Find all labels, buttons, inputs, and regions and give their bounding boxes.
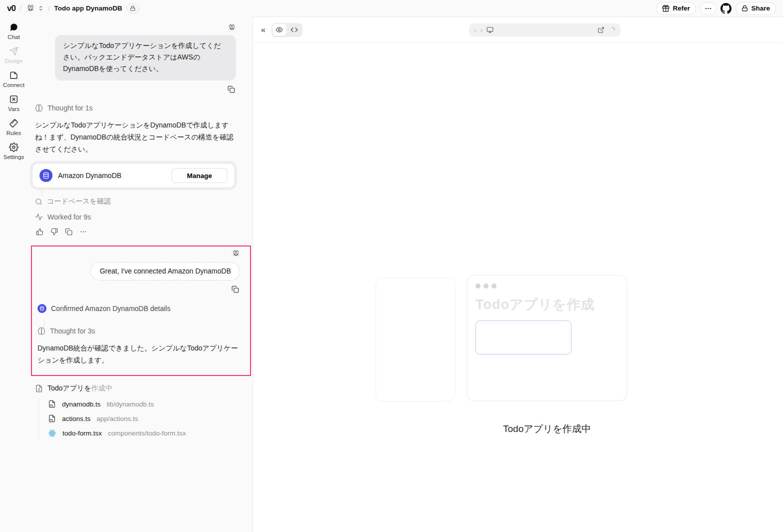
confirmed-step[interactable]: Confirmed Amazon DynamoDB details — [38, 304, 240, 313]
placeholder-card-secondary — [376, 278, 456, 402]
chat-panel: 🐭 シンプルなTodoアプリケーションを作成してください。バックエンドデータスト… — [28, 16, 252, 532]
step-connector — [44, 320, 240, 327]
ruler-icon — [9, 118, 18, 128]
github-button[interactable] — [720, 3, 732, 14]
left-nav-rail: Chat Design Connect Vars Rules Settings — [0, 16, 28, 532]
preview-address-bar[interactable]: ‹ › — [469, 24, 620, 36]
chevron-up-down-icon — [38, 5, 44, 12]
user-avatar: 🐭 — [228, 24, 236, 32]
monitor-icon[interactable] — [486, 26, 494, 34]
file-row[interactable]: TS actions.ts app/actions.ts — [48, 414, 236, 422]
breadcrumb-separator: / — [20, 4, 22, 12]
forward-icon[interactable]: › — [480, 26, 483, 34]
window-dots-icon — [476, 284, 618, 288]
task-title: Todoアプリを — [48, 384, 92, 392]
worked-status[interactable]: Worked for 9s — [35, 213, 236, 221]
github-icon — [720, 3, 732, 14]
lock-icon — [742, 5, 748, 12]
assistant-message: DynamoDB統合が確認できました。シンプルなTodoアプリケーションを作成し… — [38, 342, 240, 366]
top-bar: v0 / 🐭 / Todo app DynamoDB Refer ··· Sha… — [0, 0, 783, 16]
sidebar-item-vars[interactable]: Vars — [8, 94, 20, 112]
thought-step[interactable]: Thought for 1s — [35, 104, 236, 112]
dynamodb-icon — [40, 169, 52, 182]
open-external-icon[interactable] — [598, 26, 604, 34]
react-file-icon — [48, 429, 56, 438]
ellipsis-icon: ··· — [705, 4, 712, 12]
generated-file-list: TS dynamodb.ts lib/dynamodb.ts TS action… — [38, 398, 236, 440]
user-message: シンプルなTodoアプリケーションを作成してください。バックエンドデータストアは… — [55, 35, 236, 80]
connect-icon — [9, 70, 18, 80]
typescript-file-icon: TS — [48, 414, 56, 422]
search-icon — [35, 198, 42, 206]
vars-icon — [9, 94, 18, 104]
svg-text:TS: TS — [50, 418, 53, 422]
back-icon[interactable]: ‹ — [474, 26, 476, 34]
search-step[interactable]: コードベースを確認 — [35, 197, 236, 206]
copy-icon[interactable] — [228, 86, 235, 93]
sidebar-item-rules[interactable]: Rules — [6, 118, 21, 136]
preview-viewport: Todoアプリを作成 Todoアプリを作成中 — [253, 44, 783, 532]
code-icon — [290, 26, 298, 34]
integration-name: Amazon DynamoDB — [58, 172, 122, 180]
sidebar-item-chat[interactable]: Chat — [8, 22, 20, 40]
ellipsis-icon[interactable] — [80, 228, 87, 236]
thought-step[interactable]: Thought for 3s — [38, 327, 240, 335]
share-button[interactable]: Share — [736, 2, 776, 15]
activity-icon — [35, 213, 43, 221]
highlight-annotation-box: 🐭 Great, I've connected Amazon DynamoDB … — [31, 246, 251, 376]
loading-spinner-icon — [608, 26, 616, 34]
gift-icon — [662, 4, 670, 12]
sidebar-item-connect[interactable]: Connect — [3, 70, 24, 88]
user-suggested-message[interactable]: Great, I've connected Amazon DynamoDB — [90, 262, 240, 280]
document-icon — [35, 384, 43, 392]
message-actions — [36, 228, 236, 236]
preview-tab[interactable] — [272, 24, 286, 36]
manage-button[interactable]: Manage — [172, 168, 228, 183]
file-row[interactable]: todo-form.tsx components/todo-form.tsx — [48, 429, 236, 438]
user-avatar: 🐭 — [232, 250, 240, 258]
placeholder-input — [476, 320, 572, 354]
task-header[interactable]: Todoアプリを作成中 — [35, 384, 236, 393]
brain-icon — [38, 327, 46, 335]
generation-status-text: Todoアプリを作成中 — [467, 422, 627, 436]
placeholder-card: Todoアプリを作成 — [467, 275, 627, 401]
copy-icon[interactable] — [65, 228, 72, 236]
eye-icon — [276, 26, 283, 34]
chat-bubble-icon — [9, 22, 18, 32]
lock-icon — [130, 6, 136, 11]
thumbs-up-icon[interactable] — [36, 228, 44, 236]
copy-icon[interactable] — [232, 286, 239, 293]
private-lock-badge[interactable] — [126, 4, 140, 14]
sidebar-item-design[interactable]: Design — [5, 46, 23, 64]
placeholder-title: Todoアプリを作成 — [476, 296, 618, 314]
dynamodb-icon — [38, 304, 46, 313]
integration-card: Amazon DynamoDB Manage — [32, 163, 235, 188]
thumbs-down-icon[interactable] — [50, 228, 58, 236]
breadcrumb-separator: / — [48, 4, 50, 12]
team-avatar: 🐭 — [26, 4, 36, 14]
collapse-panel-icon[interactable]: « — [261, 26, 266, 34]
refer-button[interactable]: Refer — [656, 2, 696, 15]
assistant-message: シンプルなTodoアプリケーションをDynamoDBで作成しますね！まず、Dyn… — [35, 119, 236, 155]
v0-logo-icon[interactable]: v0 — [7, 4, 16, 14]
team-switcher[interactable]: 🐭 — [26, 4, 44, 14]
typescript-file-icon: TS — [48, 400, 56, 408]
file-row[interactable]: TS dynamodb.ts lib/dynamodb.ts — [48, 400, 236, 408]
project-title[interactable]: Todo app DynamoDB — [54, 4, 122, 12]
preview-toolbar: « ‹ › — [253, 17, 783, 43]
brain-icon — [35, 104, 43, 112]
step-connector — [42, 188, 236, 197]
sidebar-item-settings[interactable]: Settings — [4, 142, 24, 160]
code-tab[interactable] — [288, 24, 302, 36]
gear-icon — [9, 142, 18, 152]
svg-text:TS: TS — [50, 404, 53, 407]
view-mode-toggle — [272, 23, 302, 37]
send-icon — [9, 46, 18, 56]
preview-panel: « ‹ › — [252, 16, 783, 532]
more-options-button[interactable]: ··· — [700, 2, 717, 15]
